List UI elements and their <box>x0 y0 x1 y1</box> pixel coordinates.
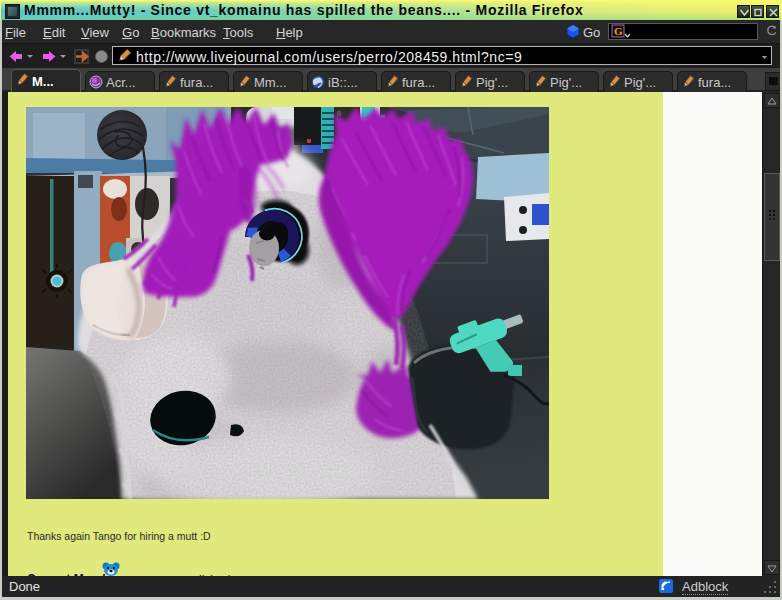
svg-text:G: G <box>614 25 623 37</box>
